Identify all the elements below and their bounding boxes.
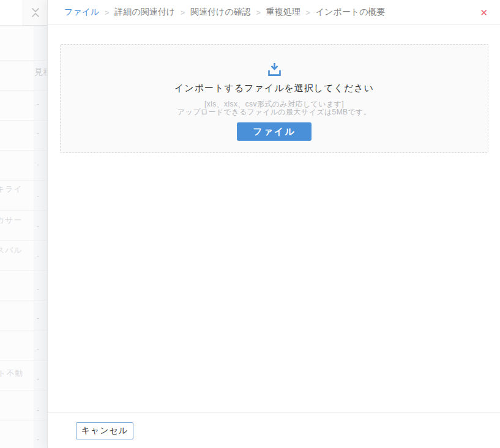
row-text-fragment: キライ	[0, 184, 23, 195]
row-divider	[0, 360, 47, 360]
table-cell-dash: -	[37, 285, 39, 293]
dropzone-size-note: アップロードできるファイルの最大サイズは5MBです。	[61, 108, 488, 116]
row-text-fragment: ト不動	[0, 368, 23, 379]
breadcrumb-separator: >	[105, 8, 109, 17]
table-cell-dash: -	[37, 100, 39, 108]
breadcrumb-step-mapping-confirm: 関連付けの確認	[190, 7, 251, 18]
file-dropzone[interactable]: インポートするファイルを選択してください [xls、xlsx、csv形式のみ対応…	[60, 44, 488, 153]
close-button[interactable]: ✕	[479, 7, 489, 18]
row-divider	[0, 240, 47, 241]
table-cell-dash: -	[37, 252, 39, 259]
table-cell-dash: -	[37, 223, 39, 230]
table-cell-dash: -	[37, 130, 39, 137]
column-header-fragment: 見積	[34, 67, 47, 78]
breadcrumb-separator: >	[306, 8, 310, 17]
breadcrumb-step-duplicate-handling: 重複処理	[266, 7, 300, 18]
row-divider	[0, 150, 47, 151]
row-divider	[0, 300, 47, 301]
breadcrumb-separator: >	[256, 8, 261, 17]
collapse-panel-button[interactable]	[23, 0, 47, 26]
table-cell-dash: -	[37, 315, 39, 322]
table-cell-dash: -	[37, 192, 39, 200]
row-divider	[0, 120, 47, 121]
panel-header: ファイル > 詳細の関連付け > 関連付けの確認 > 重複処理 > インポートの…	[48, 0, 500, 25]
table-cell-dash: -	[37, 161, 39, 168]
breadcrumb-step-detail-mapping: 詳細の関連付け	[114, 7, 175, 18]
dropzone-title: インポートするファイルを選択してください	[61, 83, 488, 94]
collapse-vertical-icon	[30, 7, 41, 18]
background-table-column	[34, 26, 47, 448]
table-cell-dash: -	[37, 376, 39, 383]
breadcrumb-separator: >	[181, 8, 185, 17]
background-page: 見積 キライ カサー スバル ト不動 - - - - - - - - - - -…	[0, 0, 47, 448]
row-text-fragment: スバル	[0, 245, 23, 256]
file-select-button[interactable]: ファイル	[237, 122, 312, 141]
breadcrumb-step-import-summary: インポートの概要	[316, 7, 386, 18]
import-panel: ファイル > 詳細の関連付け > 関連付けの確認 > 重複処理 > インポートの…	[47, 0, 500, 448]
row-divider	[0, 390, 47, 390]
row-divider	[0, 180, 47, 181]
row-divider	[0, 90, 47, 91]
row-divider	[0, 420, 47, 420]
breadcrumb-step-file[interactable]: ファイル	[64, 7, 99, 18]
table-cell-dash: -	[37, 345, 39, 353]
row-divider	[0, 330, 47, 330]
breadcrumb: ファイル > 詳細の関連付け > 関連付けの確認 > 重複処理 > インポートの…	[64, 7, 385, 18]
row-divider	[0, 60, 47, 61]
panel-footer: キャンセル	[48, 412, 500, 448]
download-file-icon	[266, 61, 283, 77]
row-divider	[0, 270, 47, 271]
cancel-button[interactable]: キャンセル	[76, 422, 133, 439]
table-cell-dash: -	[37, 436, 39, 443]
table-cell-dash: -	[37, 406, 39, 414]
row-text-fragment: カサー	[0, 215, 23, 226]
row-divider	[0, 210, 47, 211]
screen: 見積 キライ カサー スバル ト不動 - - - - - - - - - - -…	[0, 0, 500, 448]
